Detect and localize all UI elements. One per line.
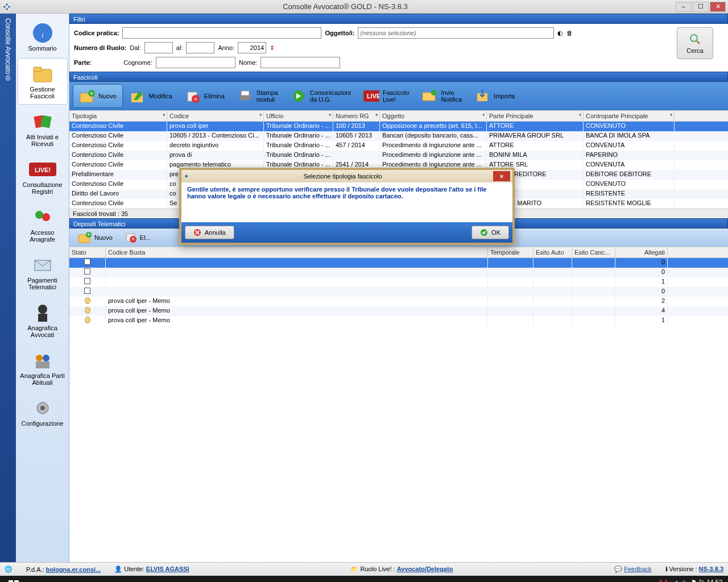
svg-point-17 [40,406,45,410]
taskbar-explorer-icon[interactable]: 📁 [27,577,50,582]
input-anno[interactable] [238,42,266,53]
input-dal[interactable] [144,42,173,53]
fascicoli-row[interactable]: Contenzioso Civileprova coll iperTribuna… [69,122,728,131]
cancel-icon [193,228,201,236]
fascicoli-toolbar: +NuovoModifica×EliminaStampamoduliComuni… [69,82,728,110]
modal-close-button[interactable]: × [493,171,510,181]
depositi-esito-canc [572,258,615,268]
depositi-col-5[interactable]: Allegati [615,247,668,257]
sidebar-item-7[interactable]: Anagrafica Parti Abituali [18,344,68,391]
search-label: Cerca [686,47,703,54]
start-button[interactable] [2,577,25,582]
toolbar-nuovo-button[interactable]: +Nuovo [73,84,123,108]
fascicoli-row[interactable]: Contenzioso Civiledecreto ingiuntivoTrib… [69,141,728,151]
depositi-col-0[interactable]: Stato [69,247,106,257]
filter-icon[interactable]: ▾ [375,112,378,118]
checkbox-icon[interactable] [84,259,90,265]
ruolo-value[interactable]: Avvocato/Delegato [397,566,453,572]
depositi-col-2[interactable]: Temporale [488,247,533,257]
taskbar-chrome-icon[interactable]: 🔵 [77,577,100,582]
taskbar-firefox-icon[interactable]: 🦊 [102,577,125,582]
taskbar-word-icon[interactable]: 📄 [152,577,175,582]
depositi-allegati: 0 [615,258,668,268]
taskbar-clock[interactable]: 4 4 ▲ 🔈 ⚑ 🏳 14.52 04/12/2014 [659,579,726,582]
filter-icon[interactable]: ▾ [329,112,332,118]
filter-icon[interactable]: ▾ [482,112,485,118]
pda-value[interactable]: bologna.er.consi... [46,566,101,573]
fascicoli-col-3[interactable]: Numero RG▾ [333,111,380,121]
fascicoli-col-2[interactable]: Ufficio▾ [264,111,333,121]
modal-annulla-button[interactable]: Annulla [185,226,234,239]
toolbar-stampa-button[interactable]: Stampamoduli [231,84,284,108]
fascicoli-row[interactable]: Contenzioso Civile10605 / 2013 - Contenz… [69,131,728,141]
fascicoli-col-5[interactable]: Parte Principale▾ [487,111,584,121]
toolbar-modifica-button[interactable]: Modifica [124,84,178,108]
taskbar-app-icon[interactable]: ✦ [177,577,200,582]
depositi-row[interactable]: 0 [69,258,728,268]
depositi-temporale [488,268,533,277]
minimize-button[interactable]: − [676,2,692,12]
fascicoli-col-0[interactable]: Tipologia▾ [69,111,167,121]
fascicoli-col-4[interactable]: Oggetto▾ [380,111,487,121]
depositi-row[interactable]: 0 [69,287,728,297]
input-codice-pratica[interactable] [122,27,321,39]
depositi-col-1[interactable]: Codice Busta [106,247,488,257]
fascicoli-col-6[interactable]: Controparte Principale▾ [584,111,675,121]
sidebar-item-5[interactable]: Pagamenti Telematici [18,249,68,296]
depositi-nuovo-button[interactable]: + Nuovo [73,230,117,245]
checkbox-icon[interactable] [84,268,90,275]
toolbar-comunicazioni-button[interactable]: Comunicazionida U.G. [285,84,357,108]
info-icon: i [19,21,66,45]
depositi-row[interactable]: prova coll iper - Memo4 [69,306,728,316]
svg-rect-5 [40,115,51,128]
fascicoli-cell: CONVENUTO [584,122,675,131]
anno-stepper-icon[interactable]: ⇕ [270,44,275,52]
maximize-button[interactable]: ☐ [693,2,709,12]
input-al[interactable] [186,42,214,53]
toolbar-importa-button[interactable]: Importa [469,84,520,108]
sidebar-item-1[interactable]: Gestione Fascicoli [18,58,68,105]
checkbox-icon[interactable] [84,278,90,284]
sidebar-item-6[interactable]: Anagrafica Avvocati [18,297,68,343]
tray-icons[interactable]: ▲ 🔈 ⚑ 🏳 [673,579,706,582]
trash-oggetto-icon[interactable]: 🗑 [566,30,573,36]
sidebar-item-3[interactable]: LIVE!Consultazione Registri [18,153,68,200]
depositi-row[interactable]: 0 [69,268,728,277]
clear-oggetto-icon[interactable]: ◐ [557,30,563,37]
fascicoli-col-1[interactable]: Codice▾ [167,111,264,121]
toolbar-elimina-button[interactable]: ×Elimina [179,84,230,108]
input-cognome[interactable] [156,57,235,68]
fascicoli-cell: CONVENUTA [584,141,675,151]
input-nome[interactable] [260,57,340,68]
search-icon [688,32,702,46]
depositi-allegati: 0 [615,287,668,297]
depositi-row[interactable]: 1 [69,277,728,287]
sidebar-item-2[interactable]: Atti Inviati e Ricevuti [18,106,68,152]
sidebar-item-8[interactable]: Configurazione [18,392,68,432]
filter-icon[interactable]: ▾ [579,112,582,118]
close-button[interactable]: ✕ [710,2,726,12]
feedback-link[interactable]: Feedback [624,566,651,572]
toolbar-live-button[interactable]: LIVE!FascicoloLive! [358,84,415,108]
filter-icon[interactable]: ▾ [163,112,166,118]
filter-icon[interactable]: ▾ [259,112,262,118]
status-egg-icon [85,317,90,323]
depositi-col-3[interactable]: Esito Auto [533,247,572,257]
toolbar-notifica-button[interactable]: InvioNotifica [416,84,468,108]
utente-value[interactable]: ELVIS AGASSI [146,566,189,572]
search-button[interactable]: Cerca [677,27,713,59]
taskbar-store-icon[interactable]: 🛍 [52,577,75,582]
filter-icon[interactable]: ▾ [670,112,673,118]
notifica-icon [421,88,437,104]
checkbox-icon[interactable] [84,288,90,294]
sidebar-item-4[interactable]: Accesso Anagrafe [18,201,68,248]
depositi-col-4[interactable]: Esito Canc... [572,247,615,257]
modal-ok-button[interactable]: OK [471,226,509,239]
taskbar-outlook-icon[interactable]: 📧 [127,577,150,582]
input-oggetto[interactable] [358,27,554,39]
depositi-row[interactable]: prova coll iper - Memo1 [69,316,728,326]
depositi-elimina-button[interactable]: × El... [121,230,155,245]
depositi-row[interactable]: prova coll iper - Memo2 [69,297,728,306]
sidebar-item-0[interactable]: iSommario [18,17,68,57]
fascicoli-row[interactable]: Contenzioso Civileprova diTribunale Ordi… [69,151,728,160]
